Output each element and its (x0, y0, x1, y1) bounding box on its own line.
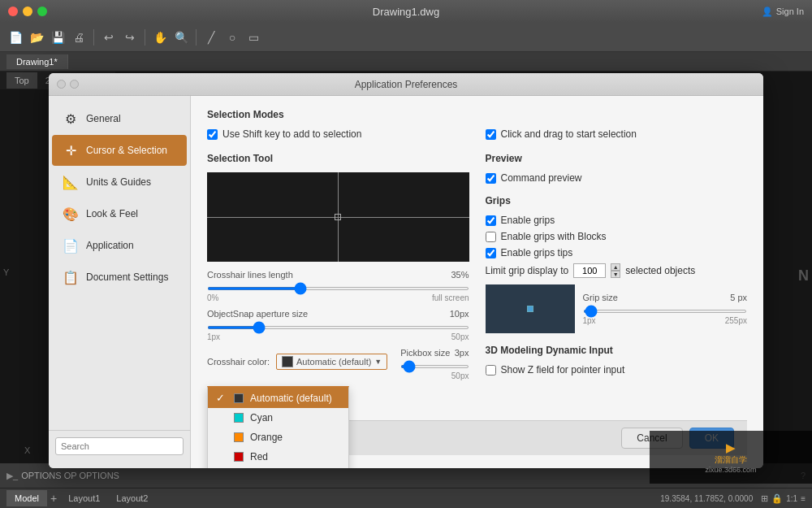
command-preview-checkbox[interactable] (486, 173, 496, 184)
toolbar-sep-2 (145, 29, 145, 46)
toolbar-sep-1 (93, 29, 94, 46)
limit-grip-spinner: ▲ ▼ (611, 263, 620, 278)
pickbox-max: 50px (451, 371, 469, 380)
pickbox-value: 3px (455, 348, 469, 358)
pan-icon[interactable]: ✋ (151, 28, 169, 46)
grips-blocks-label: Enable grips with Blocks (501, 231, 607, 242)
enable-grips-checkbox[interactable] (486, 215, 496, 226)
pickbox-label: Pickbox size (400, 348, 450, 358)
status-tab-layout1[interactable]: Layout1 (60, 490, 108, 506)
pickbox-slider[interactable] (400, 365, 469, 368)
statusbar: Model + Layout1 Layout2 19.3584, 11.7852… (0, 488, 812, 508)
limit-grip-down[interactable]: ▼ (611, 271, 620, 278)
objectsnap-min: 1px (207, 332, 220, 341)
more-icon[interactable]: ≡ (801, 494, 806, 503)
close-button[interactable] (8, 7, 18, 16)
rect-icon[interactable]: ▭ (244, 28, 262, 46)
open-icon[interactable]: 📂 (28, 28, 45, 46)
grips-blocks-checkbox[interactable] (486, 232, 496, 242)
maximize-button[interactable] (37, 7, 47, 16)
dialog-minimize[interactable] (70, 80, 79, 89)
color-option-red[interactable]: Red (208, 447, 348, 467)
tab-drawing1[interactable]: Drawing1* (6, 54, 68, 69)
sidebar-item-general[interactable]: ⚙ General (52, 103, 187, 134)
sidebar-item-document[interactable]: 📋 Document Settings (52, 262, 187, 293)
toolbar: 📄 📂 💾 🖨 ↩ ↪ ✋ 🔍 ╱ ○ ▭ (0, 23, 812, 52)
grips-tips-row: Enable grips tips (486, 247, 748, 258)
undo-icon[interactable]: ↩ (100, 28, 118, 46)
signin-button[interactable]: 👤 Sign In (762, 7, 804, 17)
grips-tips-checkbox[interactable] (486, 248, 496, 258)
color-dropdown-label: Automatic (default) (296, 357, 371, 367)
redo-icon[interactable]: ↪ (121, 28, 139, 46)
dialog-overlay: Application Preferences ⚙ General ✛ (0, 72, 812, 463)
crosshair-slider[interactable] (207, 287, 469, 290)
limit-grip-up[interactable]: ▲ (611, 263, 620, 271)
color-option-lime[interactable]: Lime (208, 467, 348, 468)
limit-grip-label: Limit grip display to (486, 265, 569, 276)
color-dropdown-trigger[interactable]: Automatic (default) ▼ (276, 354, 387, 370)
new-icon[interactable]: 📄 (6, 28, 24, 46)
options-text: OPTIONS OP OPTIONS (21, 471, 119, 480)
minimize-button[interactable] (23, 7, 32, 16)
zoom-icon[interactable]: 🔍 (172, 28, 190, 46)
color-option-auto[interactable]: ✓ Automatic (default) (208, 388, 348, 408)
toolbar-sep-3 (196, 29, 197, 46)
sidebar-item-units[interactable]: 📐 Units & Guides (52, 167, 187, 198)
red-color-swatch (234, 452, 244, 462)
selection-tool-title: Selection Tool (207, 153, 469, 164)
selection-modes-title: Selection Modes (207, 109, 747, 120)
limit-grip-suffix: selected objects (625, 265, 695, 276)
color-option-orange[interactable]: Orange (208, 428, 348, 447)
sidebar-item-application[interactable]: 📄 Application (52, 230, 187, 261)
print-icon[interactable]: 🖨 (70, 28, 88, 46)
line-icon[interactable]: ╱ (202, 28, 220, 46)
crosshair-center (335, 214, 341, 220)
use-shift-row: Use Shift key to add to selection (207, 128, 469, 140)
status-tabs: Model + Layout1 Layout2 (6, 490, 156, 506)
dialog-title: Application Preferences (355, 79, 458, 90)
orange-color-swatch (234, 432, 244, 442)
dialog-body: ⚙ General ✛ Cursor & Selection 📐 Units &… (49, 96, 763, 468)
click-drag-row: Click and drag to start selection (486, 128, 748, 140)
status-tab-layout2[interactable]: Layout2 (108, 490, 156, 506)
click-drag-label: Click and drag to start selection (501, 128, 637, 140)
sidebar-item-cursor[interactable]: ✛ Cursor & Selection (52, 135, 187, 166)
grid-icon[interactable]: ⊞ (761, 493, 768, 504)
limit-grip-input[interactable] (573, 263, 606, 278)
watermark-text1: 溜溜自学 (705, 454, 756, 466)
status-tab-model[interactable]: Model (6, 490, 47, 506)
click-drag-checkbox[interactable] (486, 129, 496, 140)
snap-icon[interactable]: 🔒 (771, 493, 783, 504)
crosshair-color-row: Crosshair color: Automatic (default) ▼ (207, 354, 387, 370)
grip-size-slider[interactable] (583, 310, 748, 313)
look-icon: 🎨 (62, 205, 80, 223)
objectsnap-value: 10px (450, 309, 469, 319)
color-option-cyan[interactable]: Cyan (208, 408, 348, 428)
cyan-label: Cyan (250, 412, 273, 423)
application-icon: 📄 (62, 237, 80, 254)
red-label: Red (250, 451, 268, 462)
objectsnap-slider[interactable] (207, 326, 469, 329)
signin-label: Sign In (776, 7, 804, 16)
show-z-field-label: Show Z field for pointer input (501, 364, 625, 376)
show-z-field-checkbox[interactable] (486, 365, 496, 376)
show-z-field-row: Show Z field for pointer input (486, 364, 748, 376)
search-input[interactable] (55, 437, 184, 455)
crosshair-label: Crosshair lines length (207, 270, 293, 280)
watermark-url: zixue.3d66.com (705, 466, 756, 474)
dialog-close[interactable] (57, 80, 66, 89)
command-preview-row: Command preview (486, 172, 748, 184)
watermark-content: ▶ 溜溜自学 zixue.3d66.com (705, 441, 756, 474)
sidebar-label-cursor: Cursor & Selection (86, 145, 167, 156)
add-layout-icon[interactable]: + (47, 492, 60, 505)
use-shift-checkbox[interactable] (207, 129, 218, 140)
grip-size-value: 5 px (730, 293, 747, 302)
circle-icon[interactable]: ○ (223, 28, 241, 46)
grip-preview-row: Grip size 5 px 1px 255px (486, 284, 748, 333)
crosshair-max: full screen (432, 293, 469, 302)
grip-preview-box (486, 284, 575, 333)
save-icon[interactable]: 💾 (49, 28, 67, 46)
limit-grip-row: Limit grip display to ▲ ▼ selected objec… (486, 263, 748, 278)
sidebar-item-look[interactable]: 🎨 Look & Feel (52, 198, 187, 229)
